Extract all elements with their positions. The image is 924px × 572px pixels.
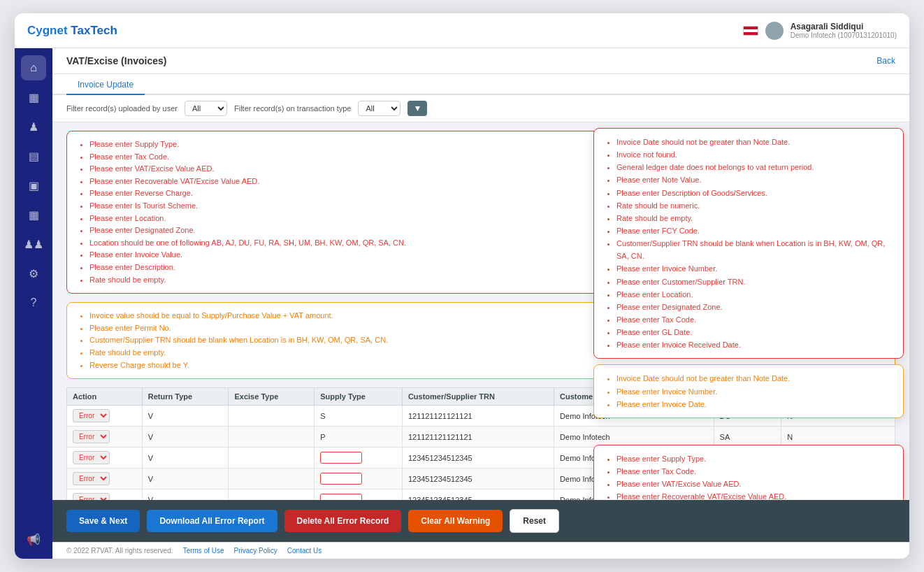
error-item: Please enter Tax Code. [89,151,885,164]
col-location: Location [714,388,781,406]
app-container: Cygnet TaxTech Asagarali Siddiqui Demo I… [15,13,909,559]
table-cell [229,406,315,427]
cust-name-cell: Demo Infotech [554,427,714,448]
footer: © 2022 R7VAT. All rights reserved. Terms… [52,542,909,559]
table-cell [229,427,315,448]
sidebar-item-settings[interactable]: ⚙ [21,261,46,286]
supply-type-input[interactable] [320,473,362,485]
tab-invoice-update[interactable]: Invoice Update [66,74,145,95]
zone-cell: N [781,469,895,489]
error-list-1: Please enter Supply Type. Please enter T… [77,138,885,286]
download-error-report-button[interactable]: Download All Error Report [147,510,277,532]
warning-panel-1: Invoice value should be equal to Supply/… [66,302,895,379]
tab-bar: Invoice Update [52,74,909,95]
sidebar-item-file[interactable]: ▤ [21,143,46,169]
sidebar-item-id[interactable]: ▦ [21,202,46,227]
error-item: Please enter Location. [89,213,885,225]
error-item: Please enter Description. [89,262,885,274]
col-cust-name: Customer/Supplier Name [554,388,714,406]
sidebar-item-home[interactable]: ⌂ [21,55,46,80]
delete-error-record-button[interactable]: Delete All Error Record [284,510,402,532]
table-cell: V [142,469,229,489]
privacy-link[interactable]: Privacy Policy [234,547,277,555]
error-item: Please enter Reverse Charge. [89,187,885,200]
location-cell: SA [714,427,781,448]
filter-apply-button[interactable]: ▼ [407,101,427,116]
terms-link[interactable]: Terms of Use [183,547,224,555]
col-zone: Designated Zone [781,388,895,406]
col-supply-type: Supply Type [315,388,403,406]
sidebar-item-announce[interactable]: 📢 [21,527,46,552]
error-item: Please enter Recoverable VAT/Excise Valu… [89,176,885,188]
warning-item: Customer/Supplier TRN should be blank wh… [89,334,885,347]
txn-filter-select[interactable]: All [358,101,400,116]
action-select[interactable]: Error [73,493,110,500]
error-item: Please enter Is Tourist Scheme. [89,200,885,213]
error-item: Location should be one of following AB, … [89,237,885,250]
sidebar-item-help[interactable]: ? [21,290,46,315]
error-panel-1: Please enter Supply Type. Please enter T… [66,131,895,294]
table-row: ErrorV123451234512345Demo InfotechDUN [67,489,895,500]
supply-type-input[interactable] [320,452,362,464]
table-cell [229,489,315,500]
zone-cell: N [781,489,895,500]
save-next-button[interactable]: Save & Next [66,510,140,532]
action-select[interactable]: Error [73,430,110,443]
error-item: Please enter Supply Type. [89,138,885,151]
table-cell [229,469,315,489]
action-bar: Save & Next Download All Error Report De… [52,500,909,542]
trn-cell: 121121121121121 [402,427,554,448]
cust-name-cell: Demo Infotech [554,448,714,469]
clear-all-warning-button[interactable]: Clear All Warning [408,510,503,532]
back-button[interactable]: Back [876,56,895,66]
col-return-type: Return Type [142,388,229,406]
error-item: Please enter Designated Zone. [89,224,885,237]
table-cell: V [142,489,229,500]
col-action: Action [67,388,143,406]
table-row: ErrorV123451234512345Demo InfotechDUN [67,469,895,489]
action-select[interactable]: Error [73,451,110,464]
warning-item: Rate should be empty. [89,347,885,359]
sidebar-item-user[interactable]: ♟ [21,114,46,139]
table-row: ErrorVS121121121121121Demo InfotechDUN [67,406,895,427]
data-table: Action Return Type Excise Type Supply Ty… [66,387,895,500]
txn-filter-label: Filter record(s) on transaction type [234,104,352,113]
location-cell: DU [714,406,781,427]
top-bar: Cygnet TaxTech Asagarali Siddiqui Demo I… [15,13,909,48]
logo-text: Cygnet [27,24,71,37]
sidebar: ⌂ ▦ ♟ ▤ ▣ ▦ ♟♟ ⚙ ? 📢 [15,48,52,559]
user-info: Asagarali Siddiqui Demo Infotech (100701… [791,22,897,39]
action-select[interactable]: Error [73,472,110,485]
sidebar-item-chart[interactable]: ▦ [21,85,46,110]
page-header: VAT/Excise (Invoices) Back [52,48,909,74]
error-item: Please enter VAT/Excise Value AED. [89,163,885,176]
page-title: VAT/Excise (Invoices) [66,55,166,66]
user-filter-select[interactable]: All [185,101,227,116]
user-name: Asagarali Siddiqui [791,22,897,31]
flag-icon [743,26,758,36]
zone-cell: N [781,448,895,469]
cust-name-cell: Demo Infotech [554,406,714,427]
trn-cell: 123451234512345 [402,469,554,489]
location-cell: DU [714,469,781,489]
col-excise-type: Excise Type [229,388,315,406]
action-select[interactable]: Error [73,409,110,422]
filters-row: Filter record(s) uploaded by user All Fi… [52,95,909,122]
warning-list-1: Invoice value should be equal to Supply/… [77,310,885,371]
logo: Cygnet TaxTech [27,24,117,38]
contact-link[interactable]: Contact Us [287,547,322,555]
scroll-content[interactable]: Please enter Supply Type. Please enter T… [52,122,909,500]
supply-type-input[interactable] [320,494,362,500]
error-item: Please enter Invoice Value. [89,249,885,262]
table-row: ErrorVP121121121121121Demo InfotechSAN [67,427,895,448]
reset-button[interactable]: Reset [510,509,559,533]
error-item: Rate should be empty. [89,274,885,287]
location-cell: DU [714,489,781,500]
zone-cell: N [781,427,895,448]
warning-item: Invoice value should be equal to Supply/… [89,310,885,322]
col-trn: Customer/Supplier TRN [402,388,554,406]
copyright: © 2022 R7VAT. All rights reserved. [66,547,173,555]
warning-item: Please enter Permit No. [89,322,885,335]
sidebar-item-users[interactable]: ♟♟ [21,231,46,257]
sidebar-item-print[interactable]: ▣ [21,173,46,198]
